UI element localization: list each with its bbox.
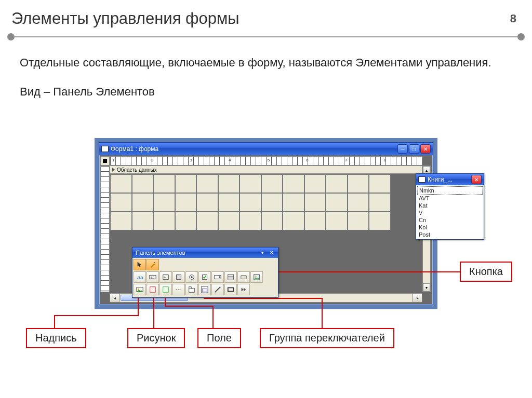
fieldlist-item[interactable]: Cn	[417, 216, 483, 224]
form-titlebar[interactable]: Форма1 : форма ─ □ ✕	[99, 143, 433, 155]
tool-option[interactable]	[185, 271, 198, 283]
grid-cell[interactable]	[326, 193, 348, 212]
grid-cell[interactable]	[175, 174, 197, 193]
grid-cell[interactable]	[283, 193, 304, 212]
grid-cell[interactable]	[304, 212, 326, 230]
svg-rect-21	[189, 287, 191, 289]
grid-cell[interactable]	[369, 212, 391, 230]
grid-cell[interactable]	[261, 212, 283, 230]
grid-cell[interactable]	[110, 193, 132, 212]
minimize-button[interactable]: ─	[397, 144, 408, 154]
tool-combo[interactable]	[211, 271, 224, 283]
tool-option-group[interactable]: xv	[159, 271, 172, 283]
tool-label[interactable]: Aa	[134, 271, 146, 283]
grid-cell[interactable]	[196, 174, 218, 193]
fieldlist-item[interactable]: Nmkn	[417, 186, 483, 195]
grid-cell[interactable]	[153, 193, 175, 212]
tool-pointer[interactable]	[134, 259, 146, 270]
screenshot-stage: Форма1 : форма ─ □ ✕ 1 2 3 4 5 6 7 8 9 1…	[95, 138, 437, 309]
grid-cell[interactable]	[175, 193, 197, 212]
paragraph-1: Отдельные составляющие, включаемые в фор…	[20, 55, 512, 71]
ruler-corner[interactable]	[100, 156, 110, 166]
tool-list[interactable]	[224, 271, 237, 283]
scroll-left-button[interactable]: ◂	[110, 294, 119, 302]
grid-cell[interactable]	[283, 174, 304, 193]
horizontal-ruler[interactable]: 1 2 3 4 5 6 7 8 9 10 11 12 13	[110, 156, 422, 166]
grid-cell[interactable]	[283, 212, 304, 230]
toolbox-close-button[interactable]: ✕	[268, 249, 276, 256]
svg-rect-25	[228, 288, 234, 292]
tool-tab[interactable]	[185, 284, 198, 295]
detail-section-grid[interactable]	[110, 174, 390, 230]
grid-cell[interactable]	[218, 174, 240, 193]
fieldlist-item[interactable]: V	[417, 209, 483, 216]
toolbox-window[interactable]: Панель элементов ▾ ✕ Aaabxv	[132, 247, 278, 298]
svg-text:ab: ab	[151, 276, 155, 279]
header-rule	[0, 33, 532, 40]
svg-point-7	[191, 276, 193, 278]
grid-cell[interactable]	[348, 212, 369, 230]
grid-cell[interactable]	[110, 212, 132, 230]
tool-pagebreak[interactable]	[172, 284, 185, 295]
fieldlist-item[interactable]: Kat	[417, 202, 483, 209]
tool-button[interactable]	[237, 271, 250, 283]
field-list-window[interactable]: Книги_... ✕ NmknAVTKatVCnKolPost	[416, 173, 484, 240]
svg-rect-10	[228, 275, 234, 280]
callout-label-knopka: Кнопка	[460, 262, 512, 282]
svg-point-15	[255, 276, 257, 277]
grid-cell[interactable]	[153, 212, 175, 230]
grid-cell[interactable]	[132, 193, 154, 212]
grid-cell[interactable]	[261, 193, 283, 212]
tool-rect[interactable]	[224, 284, 237, 295]
grid-cell[interactable]	[348, 193, 369, 212]
tool-line[interactable]	[211, 284, 224, 295]
svg-rect-13	[241, 276, 247, 279]
svg-point-17	[138, 289, 139, 290]
detail-section-header[interactable]: Область данных	[110, 166, 422, 174]
maximize-button[interactable]: □	[409, 144, 419, 154]
tool-checkbox[interactable]	[198, 271, 211, 283]
callout-label-gruppa: Группа переключателей	[260, 328, 394, 348]
grid-cell[interactable]	[218, 193, 240, 212]
grid-cell[interactable]	[218, 212, 240, 230]
grid-cell[interactable]	[110, 174, 132, 193]
scroll-right-button[interactable]: ▸	[413, 294, 422, 302]
grid-cell[interactable]	[304, 193, 326, 212]
grid-cell[interactable]	[175, 212, 197, 230]
toolbox-titlebar[interactable]: Панель элементов ▾ ✕	[132, 248, 278, 258]
tool-image-btn[interactable]	[250, 271, 263, 283]
toolbox-options-icon[interactable]: ▾	[258, 249, 267, 256]
close-button[interactable]: ✕	[420, 144, 431, 154]
fieldlist-item[interactable]: Post	[417, 231, 483, 238]
grid-cell[interactable]	[369, 174, 391, 193]
grid-cell[interactable]	[348, 174, 369, 193]
tool-wizard[interactable]	[147, 259, 159, 270]
grid-cell[interactable]	[196, 193, 218, 212]
grid-cell[interactable]	[326, 212, 348, 230]
tool-bound-obj[interactable]	[159, 284, 172, 295]
fieldlist-item[interactable]: Kol	[417, 224, 483, 231]
grid-cell[interactable]	[304, 174, 326, 193]
tool-image[interactable]	[134, 284, 146, 295]
scroll-down-button[interactable]: ▾	[423, 283, 430, 292]
fieldlist-close-button[interactable]: ✕	[471, 175, 482, 184]
tool-more[interactable]	[237, 284, 250, 295]
tool-unbound-obj[interactable]	[147, 284, 159, 295]
grid-cell[interactable]	[196, 212, 218, 230]
vertical-ruler[interactable]	[100, 166, 110, 292]
grid-cell[interactable]	[326, 174, 348, 193]
fieldlist-item[interactable]: AVT	[417, 195, 483, 202]
grid-cell[interactable]	[240, 193, 261, 212]
body-text: Отдельные составляющие, включаемые в фор…	[0, 55, 532, 99]
grid-cell[interactable]	[240, 174, 261, 193]
grid-cell[interactable]	[132, 174, 154, 193]
tool-subform[interactable]	[198, 284, 211, 295]
grid-cell[interactable]	[153, 174, 175, 193]
grid-cell[interactable]	[132, 212, 154, 230]
tool-textbox[interactable]: ab	[147, 271, 159, 283]
fieldlist-title: Книги_...	[428, 176, 469, 183]
tool-toggle[interactable]	[172, 271, 185, 283]
grid-cell[interactable]	[261, 174, 283, 193]
grid-cell[interactable]	[240, 212, 261, 230]
grid-cell[interactable]	[369, 193, 391, 212]
